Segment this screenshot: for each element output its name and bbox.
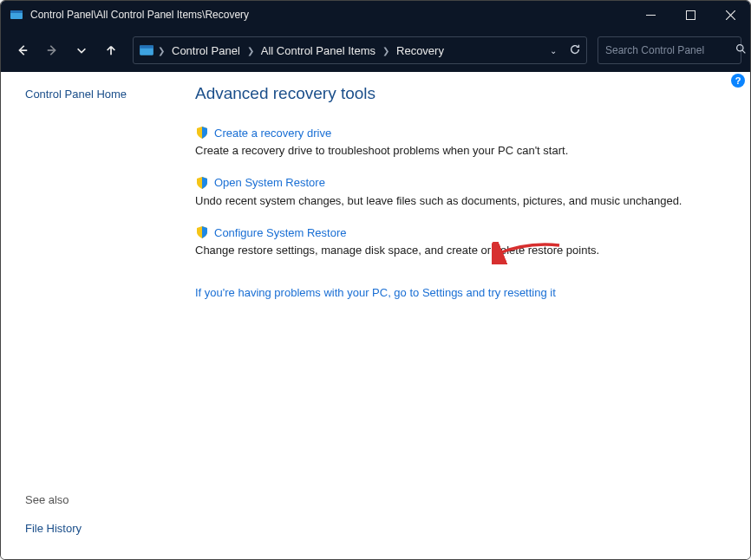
- chevron-down-icon[interactable]: ⌄: [550, 46, 557, 55]
- app-icon: [10, 8, 23, 22]
- window: Control Panel\All Control Panel Items\Re…: [0, 0, 751, 560]
- search-input[interactable]: [605, 44, 735, 56]
- tool-description: Change restore settings, manage disk spa…: [195, 243, 726, 258]
- tool-description: Create a recovery drive to troubleshoot …: [195, 143, 726, 159]
- tool-configure-system-restore: Configure System Restore Change restore …: [195, 225, 726, 258]
- location-icon: [139, 42, 154, 58]
- nav-toolbar: ❯ Control Panel ❯ All Control Panel Item…: [1, 29, 750, 72]
- tool-create-recovery-drive: Create a recovery drive Create a recover…: [195, 126, 726, 159]
- address-bar[interactable]: ❯ Control Panel ❯ All Control Panel Item…: [133, 36, 587, 64]
- reset-pc-link[interactable]: If you're having problems with your PC, …: [195, 286, 556, 299]
- chevron-right-icon: ❯: [158, 46, 165, 55]
- content-area: ? Control Panel Home See also File Histo…: [1, 72, 750, 559]
- search-icon[interactable]: [735, 43, 747, 57]
- chevron-right-icon: ❯: [382, 46, 389, 55]
- svg-rect-1: [10, 10, 23, 13]
- page-title: Advanced recovery tools: [195, 84, 726, 103]
- search-box[interactable]: [598, 36, 741, 64]
- svg-rect-5: [140, 45, 153, 48]
- back-button[interactable]: [10, 37, 36, 63]
- shield-icon: [195, 126, 209, 140]
- refresh-button[interactable]: [569, 43, 581, 58]
- main-panel: Advanced recovery tools Create a recover…: [183, 72, 750, 559]
- control-panel-home-link[interactable]: Control Panel Home: [25, 88, 171, 101]
- chevron-right-icon: ❯: [247, 46, 254, 55]
- open-system-restore-link[interactable]: Open System Restore: [214, 176, 325, 189]
- svg-point-6: [737, 45, 743, 51]
- configure-system-restore-link[interactable]: Configure System Restore: [214, 226, 346, 239]
- forward-button[interactable]: [39, 37, 65, 63]
- window-title: Control Panel\All Control Panel Items\Re…: [30, 9, 249, 21]
- titlebar: Control Panel\All Control Panel Items\Re…: [1, 1, 750, 29]
- create-recovery-drive-link[interactable]: Create a recovery drive: [214, 127, 331, 140]
- shield-icon: [195, 176, 209, 190]
- file-history-link[interactable]: File History: [25, 522, 171, 535]
- close-button[interactable]: [710, 1, 750, 29]
- breadcrumb-segment[interactable]: Recovery: [393, 44, 447, 57]
- maximize-button[interactable]: [670, 1, 710, 29]
- sidebar: Control Panel Home See also File History: [1, 72, 183, 559]
- up-button[interactable]: [98, 37, 124, 63]
- shield-icon: [195, 225, 209, 239]
- tool-open-system-restore: Open System Restore Undo recent system c…: [195, 176, 726, 209]
- see-also-heading: See also: [25, 493, 171, 506]
- svg-rect-3: [686, 10, 695, 19]
- history-dropdown-button[interactable]: [69, 37, 95, 63]
- minimize-button[interactable]: [630, 1, 670, 29]
- svg-rect-2: [646, 15, 656, 16]
- breadcrumb-segment[interactable]: All Control Panel Items: [258, 44, 379, 57]
- breadcrumb-segment[interactable]: Control Panel: [168, 44, 244, 57]
- window-controls: [630, 1, 750, 29]
- tool-description: Undo recent system changes, but leave fi…: [195, 193, 726, 209]
